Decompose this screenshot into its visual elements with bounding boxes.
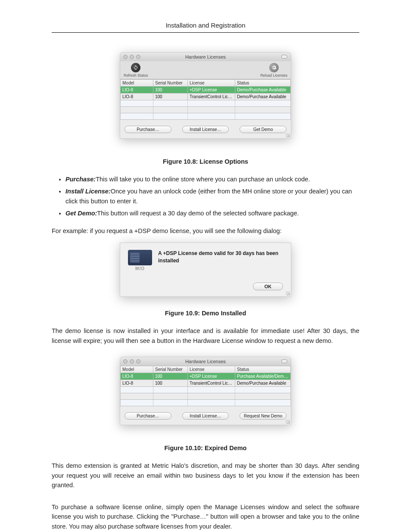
cell-model: LIO-8 <box>121 93 153 100</box>
cell-serial: 100 <box>153 380 188 387</box>
list-item: Install License:Once you have an unlock … <box>65 187 359 206</box>
table-row[interactable]: LIO-8 100 +DSP License Demo/Purchase Ava… <box>121 87 291 93</box>
pill-button[interactable] <box>281 55 287 59</box>
bullet-list: Purchase:This will take you to the onlin… <box>65 174 359 218</box>
paragraph-4: To purchase a software license online, s… <box>52 502 359 531</box>
col-model[interactable]: Model <box>121 366 153 373</box>
bullet-desc: This button will request a 30 day demo o… <box>97 210 299 217</box>
install-license-button[interactable]: Install License… <box>182 126 229 133</box>
get-demo-button[interactable]: Get Demo <box>240 126 286 133</box>
pill-button[interactable] <box>281 359 287 363</box>
toolbar: Refresh Status Reload Licenses <box>120 61 291 79</box>
cell-model: LIO-8 <box>121 87 153 93</box>
cell-model: LIO-8 <box>121 380 153 387</box>
figure-caption-3: Figure 10.10: Expired Demo <box>52 445 359 451</box>
cell-serial: 100 <box>153 373 188 380</box>
cell-license: +DSP License <box>188 87 235 93</box>
table-row[interactable]: LIO-8 100 TransientControl Lic… Demo/Pur… <box>121 380 291 387</box>
cell-serial: 100 <box>153 87 188 93</box>
table-row[interactable]: LIO-8 100 TransientControl Lic… Demo/Pur… <box>121 93 291 100</box>
licenses-table-2: Model Serial Number License Status LIO-8… <box>120 366 291 406</box>
demo-installed-dialog: MIO A +DSP License demo valid for 30 day… <box>120 243 291 297</box>
cell-model: LIO-8 <box>121 373 153 380</box>
titlebar: Hardware Licenses <box>120 357 291 366</box>
request-new-demo-button[interactable]: Request New Demo <box>240 412 286 420</box>
cell-license: TransientControl Lic… <box>188 380 235 387</box>
button-row: Purchase… Install License… Get Demo <box>120 120 291 138</box>
ok-button[interactable]: OK <box>253 283 283 290</box>
cell-status: Demo/Purchase Available <box>235 380 291 387</box>
licenses-table-1: Model Serial Number License Status LIO-8… <box>120 79 291 120</box>
figure-caption-2: Figure 10.9: Demo Installed <box>52 310 359 317</box>
titlebar: Hardware Licenses <box>120 53 291 61</box>
button-row: Purchase… Install License… Request New D… <box>120 406 291 425</box>
cell-serial: 100 <box>153 93 188 100</box>
paragraph-3: This demo extension is granted at Metric… <box>52 461 359 490</box>
reload-licenses-label: Reload Licenses <box>260 73 287 78</box>
hardware-licenses-window-1: Hardware Licenses Refresh Status Reload … <box>120 52 291 139</box>
cell-license: TransientControl Lic… <box>188 93 235 100</box>
gear-icon <box>269 63 279 72</box>
bullet-desc: This will take you to the online store w… <box>96 176 310 183</box>
cell-status: Demo/Purchase Available <box>235 87 291 93</box>
bullet-term: Install License: <box>65 188 111 195</box>
resize-grip[interactable] <box>286 420 290 424</box>
refresh-status-button[interactable]: Refresh Status <box>124 63 148 78</box>
col-model[interactable]: Model <box>121 80 153 87</box>
install-license-button[interactable]: Install License… <box>182 412 229 420</box>
col-serial-number[interactable]: Serial Number <box>153 80 188 87</box>
col-status[interactable]: Status <box>235 80 291 87</box>
col-status[interactable]: Status <box>235 366 291 373</box>
table-row[interactable]: LIO-8 100 +DSP License Purchase Availabl… <box>121 373 291 380</box>
refresh-icon <box>131 63 140 72</box>
page-header: Installation and Registration <box>52 22 359 33</box>
col-license[interactable]: License <box>188 80 235 87</box>
brand-label: MIO <box>128 266 152 271</box>
bullet-term: Purchase: <box>65 176 96 183</box>
reload-licenses-button[interactable]: Reload Licenses <box>260 63 287 78</box>
cell-status: Purchase Available/Dem… <box>235 373 291 380</box>
figure-caption-1: Figure 10.8: License Options <box>52 158 359 165</box>
resize-grip[interactable] <box>286 291 290 296</box>
col-license[interactable]: License <box>188 366 235 373</box>
dialog-message: A +DSP License demo valid for 30 days ha… <box>158 250 283 264</box>
list-item: Purchase:This will take you to the onlin… <box>65 174 359 184</box>
col-serial-number[interactable]: Serial Number <box>153 366 188 373</box>
window-title: Hardware Licenses <box>120 54 291 59</box>
resize-grip[interactable] <box>286 133 290 137</box>
purchase-button[interactable]: Purchase… <box>125 412 171 420</box>
window-title: Hardware Licenses <box>120 359 291 364</box>
cell-license: +DSP License <box>188 373 235 380</box>
paragraph-1: For example: if you request a +DSP demo … <box>52 226 359 236</box>
mio-device-icon: MIO <box>128 250 152 272</box>
list-item: Get Demo:This button will request a 30 d… <box>65 208 359 218</box>
paragraph-2: The demo license is now installed in you… <box>52 326 359 345</box>
refresh-status-label: Refresh Status <box>124 73 148 78</box>
hardware-licenses-window-2: Hardware Licenses Model Serial Number Li… <box>120 357 291 425</box>
cell-status: Demo/Purchase Available <box>235 93 291 100</box>
bullet-term: Get Demo: <box>65 210 97 217</box>
purchase-button[interactable]: Purchase… <box>125 126 171 133</box>
